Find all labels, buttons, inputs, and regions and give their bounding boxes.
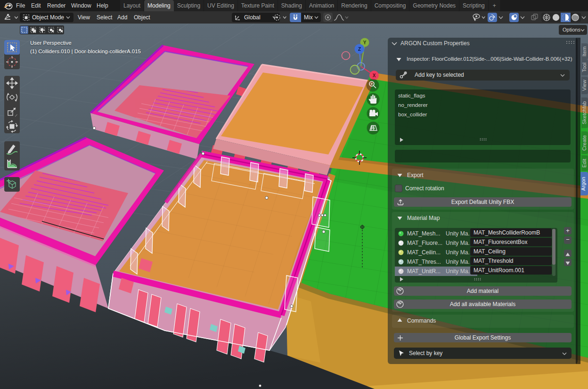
svg-text:Z: Z [358, 47, 361, 52]
svg-text:X: X [373, 73, 376, 78]
svg-text:Y: Y [363, 40, 367, 45]
